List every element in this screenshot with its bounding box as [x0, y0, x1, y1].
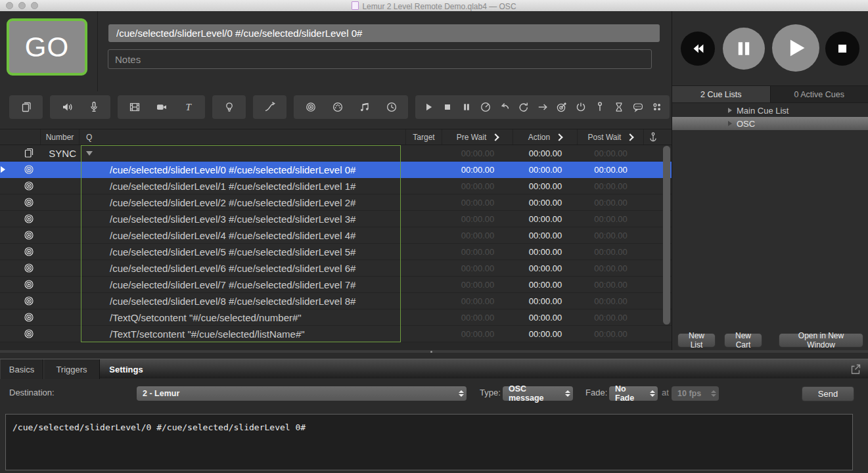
new-goto-cue-button[interactable] — [533, 95, 552, 119]
trigger-cell[interactable] — [644, 309, 662, 325]
disclosure-triangle-icon[interactable] — [728, 108, 732, 113]
pre-wait-cell[interactable]: 00:00.00 — [442, 194, 513, 210]
pause-all-button[interactable] — [723, 28, 765, 70]
action-cell[interactable]: 00:00.00 — [513, 194, 578, 210]
new-light-cue-button[interactable] — [216, 95, 242, 119]
post-wait-cell[interactable]: 00:00.00 — [578, 211, 644, 227]
trigger-cell[interactable] — [644, 244, 662, 259]
new-list-button[interactable]: New List — [677, 333, 716, 348]
pre-wait-cell[interactable]: 00:00.00 — [442, 244, 513, 259]
new-video-cue-button[interactable] — [121, 95, 148, 119]
disclosure-triangle-icon[interactable] — [86, 151, 93, 156]
new-audio-cue-button[interactable] — [53, 95, 80, 119]
header-number[interactable]: Number — [41, 129, 80, 145]
action-cell[interactable]: 00:00.00 — [513, 227, 578, 243]
post-wait-cell[interactable]: 00:00.00 — [578, 326, 644, 342]
cue-row[interactable]: /cue/selected/sliderLevel/2 #/cue/select… — [0, 194, 672, 211]
action-cell[interactable]: 00:00.00 — [513, 244, 578, 259]
post-wait-cell[interactable]: 00:00.00 — [578, 244, 644, 259]
post-wait-cell[interactable]: 00:00.00 — [578, 260, 644, 276]
cue-row[interactable]: /cue/selected/sliderLevel/4 #/cue/select… — [0, 227, 672, 244]
panel-splitter[interactable] — [0, 350, 868, 353]
resume-all-button[interactable] — [772, 24, 819, 72]
new-timecode-cue-button[interactable] — [378, 95, 405, 119]
trigger-cell[interactable] — [644, 211, 662, 227]
open-in-new-window-button[interactable]: Open in New Window — [779, 333, 863, 348]
action-cell[interactable]: 00:00.00 — [513, 211, 578, 227]
new-arm-cue-button[interactable] — [571, 95, 590, 119]
action-cell[interactable]: 00:00.00 — [513, 145, 578, 161]
popout-inspector-icon[interactable] — [849, 363, 862, 376]
pre-wait-cell[interactable]: 00:00.00 — [442, 162, 513, 177]
new-load-cue-button[interactable] — [514, 95, 533, 119]
trigger-cell[interactable] — [644, 277, 662, 292]
cue-row[interactable]: /cue/selected/sliderLevel/3 #/cue/select… — [0, 211, 672, 227]
new-mic-cue-button[interactable] — [80, 95, 107, 119]
pre-wait-cell[interactable]: 00:00.00 — [442, 145, 513, 161]
cue-number-cell[interactable] — [41, 178, 80, 194]
trigger-cell[interactable] — [644, 227, 662, 243]
destination-dropdown[interactable]: 2 - Lemur — [137, 386, 467, 401]
action-cell[interactable]: 00:00.00 — [513, 277, 578, 292]
new-cart-button[interactable]: New Cart — [724, 333, 762, 348]
cue-target-cell[interactable] — [406, 211, 442, 227]
new-pause-cue-button[interactable] — [457, 95, 476, 119]
post-wait-cell[interactable]: 00:00.00 — [578, 145, 644, 161]
cue-target-cell[interactable] — [406, 309, 442, 325]
cue-name-cell[interactable]: /cue/selected/sliderLevel/6 #/cue/select… — [80, 260, 406, 276]
cue-name-cell[interactable]: /TextT/setcontent "#/cue/selected/listNa… — [80, 326, 406, 342]
tab-cue-lists[interactable]: 2 Cue Lists — [672, 86, 770, 102]
cue-row[interactable]: /cue/selected/sliderLevel/5 #/cue/select… — [0, 244, 672, 260]
new-midi-cue-button[interactable] — [324, 95, 351, 119]
table-scrollbar-thumb[interactable] — [663, 146, 670, 325]
cue-name-cell[interactable]: /cue/selected/sliderLevel/2 #/cue/select… — [80, 194, 406, 210]
post-wait-cell[interactable]: 00:00.00 — [578, 178, 644, 194]
cue-name-cell[interactable] — [80, 145, 406, 161]
new-camera-cue-button[interactable] — [148, 95, 175, 119]
splitter-handle[interactable] — [430, 351, 432, 353]
header-target[interactable]: Target — [406, 129, 442, 145]
header-q[interactable]: Q — [80, 129, 406, 145]
cue-row[interactable]: /cue/selected/sliderLevel/0 #/cue/select… — [0, 162, 672, 178]
cue-number-cell[interactable] — [41, 162, 80, 177]
tab-active-cues[interactable]: 0 Active Cues — [770, 86, 868, 102]
fade-dropdown[interactable]: No Fade — [609, 386, 658, 401]
disclosure-triangle-icon[interactable] — [728, 121, 732, 126]
new-reset-cue-button[interactable] — [495, 95, 514, 119]
stop-all-button[interactable] — [825, 32, 859, 66]
new-group-cue-button[interactable] — [12, 95, 39, 119]
new-music-cue-button[interactable] — [351, 95, 378, 119]
cue-number-cell[interactable] — [41, 244, 80, 259]
pre-wait-cell[interactable]: 00:00.00 — [442, 227, 513, 243]
pre-wait-cell[interactable]: 00:00.00 — [442, 326, 513, 342]
action-cell[interactable]: 00:00.00 — [513, 326, 578, 342]
cue-target-cell[interactable] — [406, 293, 442, 309]
cue-number-cell[interactable] — [41, 293, 80, 309]
cue-target-cell[interactable] — [406, 178, 442, 194]
cue-name-cell[interactable]: /cue/selected/sliderLevel/8 #/cue/select… — [80, 293, 406, 309]
tab-basics[interactable]: Basics — [0, 359, 43, 379]
tab-triggers[interactable]: Triggers — [43, 359, 100, 379]
header-trigger[interactable] — [644, 129, 662, 145]
cue-number-cell[interactable] — [41, 277, 80, 292]
cue-number-cell[interactable] — [41, 309, 80, 325]
post-wait-cell[interactable]: 00:00.00 — [578, 293, 644, 309]
action-cell[interactable]: 00:00.00 — [513, 293, 578, 309]
new-network-cue-button[interactable] — [297, 95, 324, 119]
new-script-cue-button[interactable] — [647, 95, 666, 119]
cue-name-cell[interactable]: /cue/selected/sliderLevel/5 #/cue/select… — [80, 244, 406, 259]
cue-number-cell[interactable] — [41, 211, 80, 227]
action-cell[interactable]: 00:00.00 — [513, 162, 578, 177]
trigger-cell[interactable] — [644, 194, 662, 210]
cue-row[interactable]: /TextQ/setcontent "#/cue/selected/number… — [0, 309, 672, 326]
cue-number-cell[interactable] — [41, 260, 80, 276]
tab-settings[interactable]: Settings — [100, 359, 152, 379]
new-wait-cue-button[interactable] — [609, 95, 628, 119]
new-play-cue-button[interactable] — [419, 95, 438, 119]
new-text-cue-button[interactable] — [175, 95, 202, 119]
cue-list-item-osc[interactable]: OSC — [672, 117, 868, 130]
post-wait-cell[interactable]: 00:00.00 — [578, 309, 644, 325]
cue-target-cell[interactable] — [406, 162, 442, 177]
cue-number-cell[interactable]: SYNC — [41, 145, 80, 161]
pre-wait-cell[interactable]: 00:00.00 — [442, 178, 513, 194]
